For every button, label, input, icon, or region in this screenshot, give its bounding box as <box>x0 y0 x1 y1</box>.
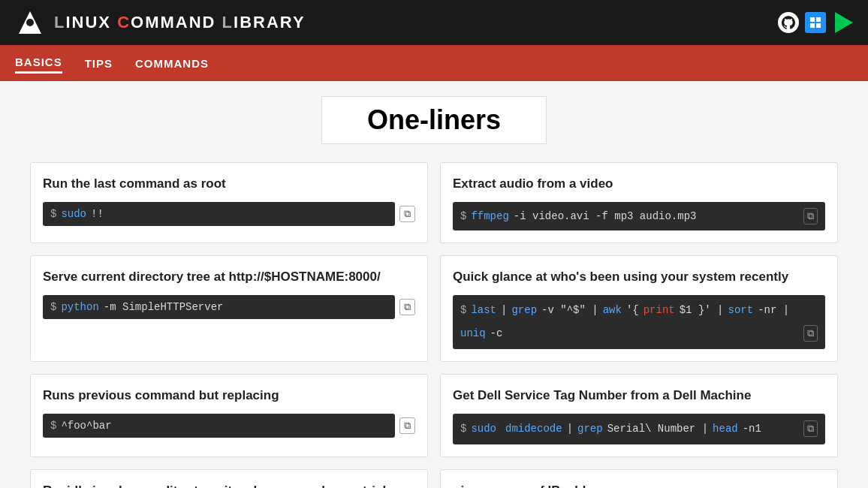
cmd-args: !! <box>91 208 104 220</box>
title-l2: L <box>222 13 234 32</box>
cmd-grep: grep <box>511 301 537 320</box>
title-w3: IBRARY <box>234 13 306 32</box>
cmd-pipe1: | <box>567 420 573 438</box>
play-icon[interactable] <box>835 12 853 33</box>
svg-rect-5 <box>810 23 815 28</box>
svg-point-2 <box>26 19 34 26</box>
copy-button[interactable]: ⧉ <box>803 208 818 224</box>
cmd-args3: -nr | <box>758 301 789 320</box>
command-block: $ sudo !! <box>43 202 395 226</box>
blue-box-icon[interactable] <box>805 12 826 33</box>
cmd-args: ^foo^bar <box>61 420 111 432</box>
github-icon[interactable] <box>778 12 799 33</box>
card-title: Run the last command as root <box>43 175 415 193</box>
cmd-sort: sort <box>728 301 754 320</box>
cmd-print: print <box>643 301 675 320</box>
header-right <box>778 12 853 33</box>
card-title: Rapidly invoke an editor to write a long… <box>43 482 415 488</box>
copy-button[interactable]: ⧉ <box>803 325 818 342</box>
dollar-sign: $ <box>50 208 56 220</box>
cmd-python: python <box>61 301 98 313</box>
header: LINUX COMMAND LIBRARY <box>0 0 868 45</box>
copy-button[interactable]: ⧉ <box>399 206 415 222</box>
dollar-sign: $ <box>460 420 466 438</box>
cmd-args4: -c <box>490 324 503 343</box>
logo-icon <box>15 8 45 38</box>
cmd-pipe1: | <box>501 301 507 320</box>
cmd-args2: $1 }' | <box>680 301 724 320</box>
cmd-head: head <box>713 420 738 438</box>
command-block: $ python -m SimpleHTTPServer <box>43 295 395 319</box>
cmd-sudo: sudo <box>471 420 496 438</box>
card-title: Get Dell Service Tag Number from a Dell … <box>453 387 825 405</box>
svg-rect-6 <box>816 23 821 28</box>
title-w1: INUX <box>65 13 111 32</box>
dollar-sign: $ <box>460 210 466 222</box>
header-left: LINUX COMMAND LIBRARY <box>15 8 306 38</box>
dollar-sign: $ <box>460 301 466 320</box>
card-run-last-command: Run the last command as root $ sudo !! ⧉ <box>30 162 428 243</box>
dollar-sign: $ <box>50 301 56 313</box>
cmd-awk-open: '{ <box>626 301 639 320</box>
card-quick-glance: Quick glance at who's been using your sy… <box>440 255 838 362</box>
title-w2: OMMAND <box>131 13 215 32</box>
cmd-dmidecode: dmidecode <box>505 420 562 438</box>
copy-button[interactable]: ⧉ <box>399 417 415 434</box>
cmd-args1: Serial\ Number | <box>607 420 708 438</box>
card-extract-audio: Extract audio from a video $ ffmpeg -i v… <box>440 162 838 243</box>
nav-commands[interactable]: COMMANDS <box>135 54 209 73</box>
command-block: $ sudo dmidecode | grep Serial\ Number |… <box>453 414 825 444</box>
card-dell-service-tag: Get Dell Service Tag Number from a Dell … <box>440 374 838 457</box>
dollar-sign: $ <box>50 420 56 432</box>
command-block: $ ffmpeg -i video.avi -f mp3 audio.mp3 ⧉ <box>453 202 825 230</box>
cmd-awk: awk <box>603 301 622 320</box>
main-content: One-liners Run the last command as root … <box>0 81 868 488</box>
cmd-args2: -n1 <box>743 420 761 438</box>
card-ping-range: ping a range of IP addresses $ nmap -sP … <box>440 469 838 488</box>
card-title: ping a range of IP addresses <box>453 482 825 488</box>
command-block: $ ^foo^bar <box>43 414 395 438</box>
title-c: C <box>117 13 131 32</box>
copy-button[interactable]: ⧉ <box>399 299 415 315</box>
card-title: Quick glance at who's been using your sy… <box>453 268 825 286</box>
cmd-grep: grep <box>577 420 603 438</box>
cmd-args: -i video.avi -f mp3 audio.mp3 <box>514 210 697 222</box>
svg-rect-3 <box>810 17 815 22</box>
cmd-sudo: sudo <box>61 208 86 220</box>
nav-basics[interactable]: BASICS <box>15 53 62 74</box>
title-l1: L <box>54 13 65 32</box>
card-invoke-editor: Rapidly invoke an editor to write a long… <box>30 469 428 488</box>
card-runs-previous: Runs previous command but replacing $ ^f… <box>30 374 428 457</box>
nav-tips[interactable]: TIPS <box>85 54 113 73</box>
cmd-args: -m SimpleHTTPServer <box>104 301 224 313</box>
command-block: $ last | grep -v "^$" | awk '{ print $1 … <box>453 295 825 349</box>
svg-rect-4 <box>816 17 821 22</box>
card-serve-directory: Serve current directory tree at http://$… <box>30 255 428 362</box>
card-title: Extract audio from a video <box>453 175 825 193</box>
page-title: One-liners <box>321 96 547 144</box>
card-title: Runs previous command but replacing <box>43 387 415 405</box>
cmd-args1: -v "^$" | <box>541 301 598 320</box>
cmd-ffmpeg: ffmpeg <box>471 210 508 222</box>
cmd-uniq: uniq <box>460 324 486 343</box>
copy-button[interactable]: ⧉ <box>803 420 818 437</box>
card-title: Serve current directory tree at http://$… <box>43 268 415 286</box>
nav: BASICS TIPS COMMANDS <box>0 45 868 81</box>
header-title: LINUX COMMAND LIBRARY <box>54 13 306 32</box>
cmd-last: last <box>471 301 496 320</box>
cards-grid: Run the last command as root $ sudo !! ⧉… <box>30 162 838 488</box>
